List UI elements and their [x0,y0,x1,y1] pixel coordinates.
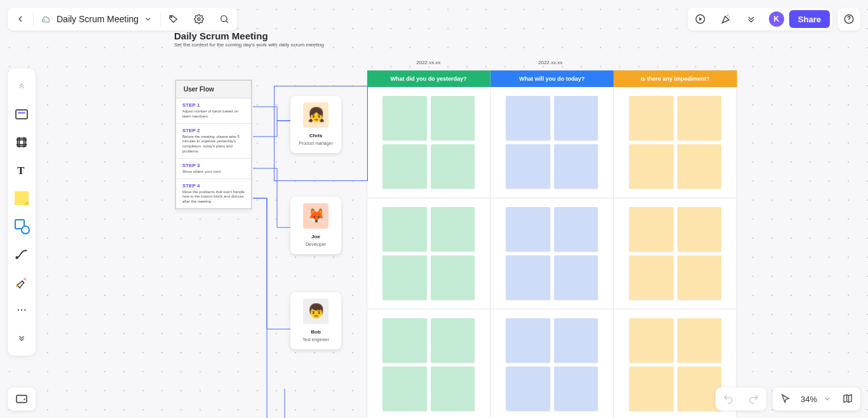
more-menu-button[interactable] [738,8,764,30]
scrum-cell[interactable] [491,87,614,198]
zoom-level[interactable]: 34% [798,394,820,404]
sticky-note[interactable] [554,207,599,252]
user-flow-step[interactable]: STEP 1 Adjust number of cards based on t… [176,98,251,124]
slides-panel-button[interactable] [8,388,36,410]
scrum-cell[interactable] [367,309,491,418]
member-card[interactable]: 👦 Bob Test engineer [290,292,341,349]
sticky-note[interactable] [431,207,475,252]
sticky-note[interactable] [383,207,427,252]
shape-tool[interactable] [10,213,33,239]
member-avatar: 👦 [303,299,329,324]
step-desc: Show others your card [182,170,245,175]
sticky-note[interactable] [629,96,674,140]
member-card[interactable]: 🦊 Joe Developer [290,197,341,254]
user-flow-step[interactable]: STEP 4 Move the problems that won't hand… [176,179,251,208]
user-flow-card[interactable]: User Flow STEP 1 Adjust number of cards … [175,80,252,209]
redo-button[interactable] [741,388,766,410]
scrum-cell[interactable] [367,198,491,309]
step-label: STEP 2 [182,128,245,133]
step-label: STEP 3 [182,163,245,168]
sticky-note[interactable] [506,144,550,189]
sticky-note[interactable] [677,144,722,189]
undo-button[interactable] [715,388,741,410]
scrum-cell[interactable] [614,198,737,309]
settings-button[interactable] [186,8,212,30]
sticky-note[interactable] [629,144,674,189]
column-header-today[interactable]: What will you do today? [491,71,614,87]
sticky-note[interactable] [629,367,674,411]
member-name: Joe [311,234,320,239]
zoom-dropdown-button[interactable] [820,388,835,410]
scrum-cell[interactable] [614,87,737,198]
help-button[interactable] [837,8,860,30]
search-button[interactable] [212,8,237,30]
connector-tool[interactable] [10,241,33,267]
date-label-left[interactable]: 2022.xx.xx [416,60,440,65]
sticky-note[interactable] [677,318,722,363]
sticky-note[interactable] [431,367,475,411]
sticky-note[interactable] [506,96,550,140]
sticky-note[interactable] [554,318,599,363]
date-label-right[interactable]: 2022.xx.xx [538,60,562,65]
sticky-note[interactable] [506,367,550,411]
member-card[interactable]: 👧 Chris Product manager [290,96,341,153]
pen-tool[interactable] [10,269,33,295]
sticky-note[interactable] [629,207,674,252]
sticky-note[interactable] [554,255,599,300]
sticky-note[interactable] [506,207,550,252]
sticky-note[interactable] [677,96,722,140]
minimap-button[interactable] [835,388,860,410]
sticky-note[interactable] [506,318,550,363]
sticky-note[interactable] [383,255,427,300]
user-flow-step[interactable]: STEP 2 Before the meeting, please take 5… [176,124,251,159]
sticky-note[interactable] [677,207,722,252]
sticky-note[interactable] [383,144,427,189]
scrum-table[interactable]: What did you do yesterday? What will you… [367,70,737,418]
sticky-note[interactable] [677,367,722,411]
doc-title-dropdown[interactable]: Daily Scrum Meeting [34,14,160,24]
sticky-note[interactable] [629,255,674,300]
user-flow-step[interactable]: STEP 3 Show others your card [176,159,251,179]
sticky-note-tool[interactable] [10,185,33,211]
column-header-yesterday[interactable]: What did you do yesterday? [367,71,491,87]
expand-toolbar-button[interactable] [10,325,33,351]
board-title[interactable]: Daily Scrum Meeting [174,30,268,41]
help-icon [843,13,855,25]
scrum-cell[interactable] [367,87,491,198]
sticky-note[interactable] [383,318,427,363]
frame-tool[interactable] [10,130,33,155]
sticky-note[interactable] [431,255,475,300]
more-tools-button[interactable] [10,297,33,323]
tag-button[interactable] [161,8,186,30]
collapse-toolbar-button[interactable] [10,74,33,99]
scrum-cell[interactable] [491,198,614,309]
sticky-note[interactable] [629,318,674,363]
sticky-note[interactable] [431,318,475,363]
sticky-note[interactable] [554,144,599,189]
double-chevron-down-icon [17,334,26,342]
scrum-row [367,309,737,418]
double-chevron-up-icon [17,82,26,91]
sticky-note[interactable] [554,96,599,140]
card-tool[interactable] [10,102,33,127]
column-header-impediment[interactable]: Is there any impediment? [614,71,737,87]
user-avatar[interactable]: K [769,11,784,27]
celebrate-button[interactable] [713,8,738,30]
svg-marker-6 [699,17,702,21]
present-button[interactable] [688,8,713,30]
board-subtitle[interactable]: Set the context for the coming day's wor… [174,42,324,48]
cursor-mode-button[interactable] [773,388,798,410]
scrum-cell[interactable] [491,309,614,418]
text-tool[interactable]: T [10,158,33,183]
sticky-note[interactable] [677,255,722,300]
sticky-note[interactable] [383,367,427,411]
frame-icon [15,135,29,149]
sticky-note[interactable] [554,367,599,411]
sticky-note[interactable] [431,96,475,140]
member-name: Chris [309,133,322,138]
sticky-note[interactable] [506,255,550,300]
sticky-note[interactable] [431,144,475,189]
share-button[interactable]: Share [789,10,830,28]
sticky-note[interactable] [383,96,427,140]
back-button[interactable] [8,8,33,30]
